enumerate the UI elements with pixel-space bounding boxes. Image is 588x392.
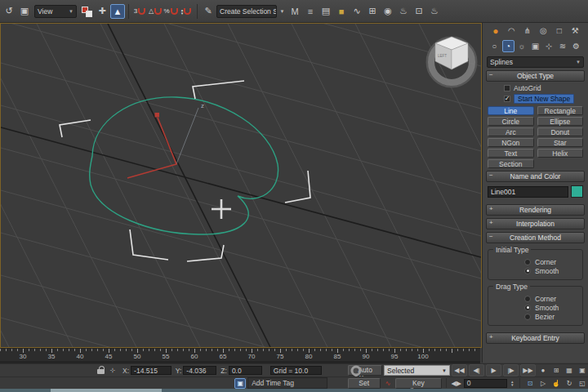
start-new-shape-button[interactable]: Start New Shape bbox=[514, 94, 574, 104]
named-selection-set-value: Create Selection Se bbox=[220, 7, 277, 16]
modify-tab-icon[interactable]: ◠ bbox=[506, 24, 518, 37]
toggle-container-icon[interactable]: ■ bbox=[334, 4, 349, 19]
zoom-extents-icon[interactable]: ⊡ bbox=[524, 378, 536, 389]
donut-button[interactable]: Donut bbox=[537, 127, 584, 136]
cameras-category-icon[interactable]: ▣ bbox=[529, 40, 541, 52]
timeline-ruler[interactable]: 3035404550556065707580859095100 bbox=[0, 348, 480, 362]
pan-hand-icon[interactable]: ☝ bbox=[550, 378, 562, 389]
go-to-start-button[interactable]: ◀◀ bbox=[452, 364, 467, 376]
lights-category-icon[interactable]: ☼ bbox=[515, 40, 528, 52]
section-button[interactable]: Section bbox=[488, 159, 534, 168]
drag-type-group: Drag Type Corner Smooth Bezier bbox=[488, 286, 583, 326]
name-color-rollout-header[interactable]: − Name and Color bbox=[486, 171, 585, 182]
ellipse-button[interactable]: Ellipse bbox=[537, 117, 584, 126]
select-object-icon[interactable]: ▲ bbox=[110, 4, 125, 19]
manage-layers-icon[interactable]: ▤ bbox=[318, 4, 333, 19]
set-key-button[interactable]: Set Key bbox=[348, 378, 381, 389]
undo-icon[interactable]: ↺ bbox=[2, 4, 16, 19]
keyboard-entry-rollout-header[interactable]: + Keyboard Entry bbox=[486, 332, 585, 344]
curve-editor-icon[interactable]: ∿ bbox=[350, 4, 364, 19]
orbit-icon[interactable]: ↻ bbox=[564, 378, 575, 389]
viewport-layout-icon[interactable]: ⊞ bbox=[550, 365, 562, 376]
display-filter-icon[interactable]: ▣ bbox=[577, 365, 588, 376]
rendering-rollout-header[interactable]: + Rendering bbox=[486, 204, 585, 216]
mirror-icon[interactable]: M bbox=[287, 4, 302, 19]
autogrid-checkbox[interactable] bbox=[504, 85, 510, 91]
rendered-frame-window-icon[interactable]: ⊡ bbox=[412, 4, 426, 19]
initial-type-smooth-radio[interactable] bbox=[524, 268, 531, 274]
shapes-category-icon[interactable]: ◔ bbox=[502, 40, 514, 52]
utilities-tab-icon[interactable]: ⚒ bbox=[569, 24, 581, 37]
object-name-field[interactable]: Line001 bbox=[488, 186, 568, 198]
x-coordinate-field[interactable]: -14.515 bbox=[131, 366, 172, 375]
rectangle-button[interactable]: Rectangle bbox=[537, 106, 584, 115]
start-new-shape-checkbox[interactable]: ✓ bbox=[504, 96, 510, 102]
display-tab-icon[interactable]: □ bbox=[553, 24, 565, 37]
selection-filter-dropdown[interactable]: Selected ▼ bbox=[384, 365, 450, 376]
drag-type-bezier-radio[interactable] bbox=[524, 314, 531, 320]
initial-type-corner-radio[interactable] bbox=[524, 259, 531, 265]
hierarchy-tab-icon[interactable]: ⋔ bbox=[521, 24, 533, 37]
material-editor-icon[interactable]: ◉ bbox=[381, 4, 395, 19]
use-pivot-center-icon[interactable] bbox=[79, 4, 94, 19]
perspective-viewport[interactable]: z LEFT bbox=[0, 23, 482, 348]
systems-category-icon[interactable]: ⚙ bbox=[570, 40, 582, 52]
reference-coordinate-dropdown[interactable]: View ▼ bbox=[34, 5, 77, 18]
frame-spinner[interactable]: ▴▾ bbox=[509, 380, 515, 386]
ngon-button[interactable]: NGon bbox=[488, 138, 534, 147]
selection-lock-icon[interactable] bbox=[97, 366, 105, 375]
time-tag-icon[interactable]: ▣ bbox=[234, 378, 246, 389]
maximize-viewport-icon[interactable]: ◱ bbox=[577, 378, 588, 389]
add-time-tag-field[interactable]: Add Time Tag bbox=[247, 377, 327, 389]
status-bar-row-2: ▣ Add Time Tag Set Key ∿ Key Filters... … bbox=[0, 376, 588, 389]
spacewarps-category-icon[interactable]: ≋ bbox=[556, 40, 568, 52]
helpers-category-icon[interactable]: ⊹ bbox=[543, 40, 555, 52]
star-button[interactable]: Star bbox=[537, 138, 584, 147]
object-type-rollout-header[interactable]: − Object Type bbox=[486, 70, 585, 82]
render-setup-icon[interactable]: ♨ bbox=[396, 4, 411, 19]
zoom-region-icon[interactable]: ▷ bbox=[537, 378, 549, 389]
arc-button[interactable]: Arc bbox=[488, 127, 534, 136]
viewcube-face-label: LEFT bbox=[438, 54, 447, 58]
edit-named-selection-sets-icon[interactable]: ✎ bbox=[201, 4, 216, 19]
helix-button[interactable]: Helix bbox=[537, 149, 584, 158]
new-key-curve-icon[interactable]: ∿ bbox=[382, 378, 394, 389]
go-to-end-button[interactable]: ▶▶ bbox=[520, 364, 536, 376]
align-icon[interactable]: ≡ bbox=[303, 4, 318, 19]
select-and-move-icon[interactable]: ✚ bbox=[95, 4, 109, 19]
drag-type-smooth-radio[interactable] bbox=[524, 305, 531, 311]
line-button[interactable]: Line bbox=[488, 106, 534, 115]
shape-category-dropdown[interactable]: Splines ▼ bbox=[487, 56, 584, 68]
z-coordinate-field[interactable]: 0.0 bbox=[229, 366, 262, 375]
viewcube[interactable]: LEFT bbox=[427, 37, 476, 87]
drag-type-corner-radio[interactable] bbox=[524, 296, 531, 302]
y-coordinate-field[interactable]: -4.036 bbox=[183, 366, 216, 375]
previous-frame-button[interactable]: ◀| bbox=[469, 364, 484, 376]
absolute-mode-typein-icon[interactable]: ⊹ bbox=[107, 365, 118, 376]
schematic-view-icon[interactable]: ⊞ bbox=[365, 4, 380, 19]
spinner-snap-icon[interactable]: ▴▾ bbox=[179, 4, 194, 19]
circle-button[interactable]: Circle bbox=[488, 117, 534, 126]
render-production-icon[interactable]: ♨ bbox=[427, 4, 442, 19]
next-frame-button[interactable]: |▶ bbox=[503, 364, 519, 376]
interpolation-rollout-header[interactable]: + Interpolation bbox=[486, 218, 585, 229]
motion-tab-icon[interactable]: ◎ bbox=[537, 24, 550, 37]
text-button[interactable]: Text bbox=[488, 149, 534, 158]
key-mode-toggle-icon[interactable]: ● bbox=[537, 365, 549, 376]
snap-toggle-3d-icon[interactable]: 3 bbox=[132, 4, 147, 19]
play-button[interactable]: ▶ bbox=[486, 364, 501, 376]
named-selection-set-field[interactable]: Create Selection Se bbox=[216, 5, 277, 18]
key-step-mode-icon[interactable]: ◀▶ bbox=[451, 378, 462, 389]
angle-snap-icon[interactable]: △ bbox=[148, 4, 163, 19]
crosshair-cursor bbox=[212, 199, 231, 219]
isolate-selection-icon[interactable]: ▦ bbox=[564, 365, 575, 376]
percent-snap-icon[interactable]: % bbox=[163, 4, 178, 19]
current-frame-field[interactable]: 0 bbox=[464, 379, 508, 388]
key-filters-button[interactable]: Key Filters... bbox=[395, 378, 442, 389]
select-and-link-icon[interactable]: ▣ bbox=[17, 4, 32, 19]
creation-method-rollout-header[interactable]: − Creation Method bbox=[486, 232, 585, 243]
selection-set-dropdown-icon[interactable]: ▼ bbox=[278, 4, 287, 19]
geometry-category-icon[interactable]: ○ bbox=[488, 40, 501, 52]
create-tab-icon[interactable]: ● bbox=[489, 24, 501, 37]
object-color-swatch[interactable] bbox=[571, 185, 583, 198]
